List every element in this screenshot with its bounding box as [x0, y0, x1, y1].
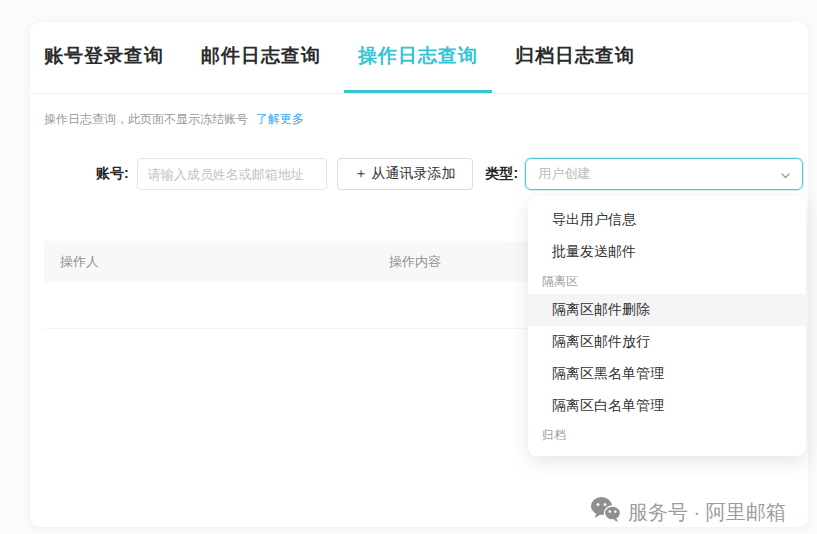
page-notice: 操作日志查询，此页面不显示冻结账号了解更多 [44, 111, 808, 128]
add-from-contacts-button[interactable]: ＋ 从通讯录添加 [337, 158, 473, 190]
wechat-icon [590, 496, 621, 528]
column-header-operator: 操作人 [44, 253, 389, 271]
dropdown-option-export-user-info[interactable]: 导出用户信息 [528, 204, 806, 236]
account-label: 账号: [96, 165, 129, 183]
dropdown-group-archive: 归档 [528, 422, 806, 448]
learn-more-link[interactable]: 了解更多 [256, 112, 304, 126]
tab-account-login-query[interactable]: 账号登录查询 [30, 22, 178, 93]
dropdown-option-quarantine-mail-release[interactable]: 隔离区邮件放行 [528, 326, 806, 358]
dropdown-option-bulk-send-mail[interactable]: 批量发送邮件 [528, 236, 806, 268]
dropdown-option-quarantine-blacklist-mgmt[interactable]: 隔离区黑名单管理 [528, 358, 806, 390]
type-select-value: 用户创建 [538, 165, 590, 183]
tab-mail-log-query[interactable]: 邮件日志查询 [187, 22, 335, 93]
page: 账号登录查询 邮件日志查询 操作日志查询 归档日志查询 操作日志查询，此页面不显… [0, 0, 817, 534]
tab-archive-log-query[interactable]: 归档日志查询 [501, 22, 649, 93]
account-input[interactable] [137, 158, 327, 190]
search-form: 账号: ＋ 从通讯录添加 类型: 用户创建 [30, 158, 808, 190]
column-header-operation-content: 操作内容 [389, 253, 441, 271]
type-dropdown-menu: 导出用户信息 批量发送邮件 隔离区 隔离区邮件删除 隔离区邮件放行 隔离区黑名单… [528, 196, 806, 456]
wechat-watermark: 服务号 · 阿里邮箱 [590, 496, 786, 528]
tab-operation-log-query[interactable]: 操作日志查询 [344, 22, 492, 93]
dropdown-option-quarantine-whitelist-mgmt[interactable]: 隔离区白名单管理 [528, 390, 806, 422]
tab-bar: 账号登录查询 邮件日志查询 操作日志查询 归档日志查询 [30, 22, 808, 94]
chevron-down-icon [779, 168, 792, 186]
dropdown-option-quarantine-mail-delete[interactable]: 隔离区邮件删除 [528, 294, 806, 326]
type-select[interactable]: 用户创建 [525, 158, 803, 190]
watermark-text: 服务号 · 阿里邮箱 [628, 499, 786, 526]
type-label: 类型: [486, 165, 519, 183]
notice-text: 操作日志查询，此页面不显示冻结账号 [44, 112, 248, 126]
dropdown-group-quarantine: 隔离区 [528, 268, 806, 294]
